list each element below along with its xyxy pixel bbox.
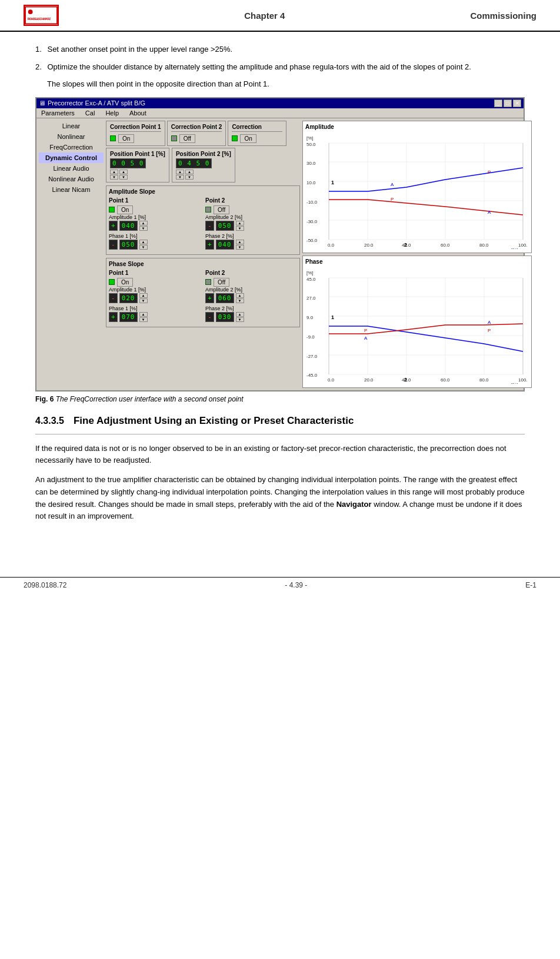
sidebar-item-dynamiccontrol[interactable]: Dynamic Control bbox=[39, 152, 104, 163]
ps-phase2-dn[interactable]: ▼ bbox=[236, 317, 244, 322]
menu-parameters[interactable]: Parameters bbox=[39, 109, 77, 117]
win-controls[interactable]: _ □ ✕ bbox=[494, 99, 521, 107]
phase-slope-p2-button[interactable]: Off bbox=[214, 278, 229, 287]
pos1-arrows: ▲ ▼ ▲ ▼ bbox=[110, 170, 165, 180]
amp-slope-p1-button[interactable]: On bbox=[117, 205, 133, 214]
amp-chart-svg: [%] 50.0 30.0 10.0 -10.0 -30.0 -50.0 bbox=[305, 131, 529, 249]
pos2-up1[interactable]: ▲ bbox=[176, 170, 184, 174]
svg-text:-9.0: -9.0 bbox=[306, 334, 315, 340]
amp-slope-p2-label: Point 2 bbox=[205, 197, 297, 204]
footer-center: - 4.39 - bbox=[285, 581, 307, 589]
phase-slope-p1-button[interactable]: On bbox=[117, 278, 133, 287]
svg-text:[%]: [%] bbox=[511, 382, 518, 384]
phase-slope-p1-led bbox=[109, 279, 115, 285]
menu-about[interactable]: About bbox=[127, 109, 149, 117]
ps-phase1-up[interactable]: ▲ bbox=[139, 312, 148, 317]
amp-slope-p2: Point 2 Off Amplitude 2 [%] - bbox=[205, 197, 297, 252]
phase-chart: Phase [%] 45.0 27.0 9.0 -9.0 -27.0 -45 bbox=[302, 255, 532, 388]
phase1-up[interactable]: ▲ bbox=[139, 240, 148, 244]
win-body: Linear Nonlinear FreqCorrection Dynamic … bbox=[36, 118, 524, 390]
fig-label: Fig. 6 bbox=[35, 395, 54, 403]
section-divider bbox=[35, 434, 525, 434]
svg-text:100.: 100. bbox=[518, 243, 528, 248]
close-button[interactable]: ✕ bbox=[513, 99, 521, 107]
maximize-button[interactable]: □ bbox=[504, 99, 512, 107]
pos2-up2[interactable]: ▲ bbox=[185, 170, 194, 174]
pos2-dn1[interactable]: ▼ bbox=[176, 175, 184, 180]
sidebar-item-nonlinear[interactable]: Nonlinear bbox=[39, 131, 104, 142]
svg-point-1 bbox=[28, 9, 33, 14]
amp2-label: Amplitude 2 [%] bbox=[205, 214, 297, 220]
sidebar-item-linear[interactable]: Linear bbox=[39, 121, 104, 131]
amp2-value: 050 bbox=[216, 221, 234, 231]
phase-slope-p1-on: On bbox=[109, 278, 201, 287]
body-para-2: An adjustment to the true amplifier char… bbox=[35, 474, 525, 523]
ps-amp2-sign: + bbox=[205, 293, 214, 303]
sidebar-item-linearaudio[interactable]: Linear Audio bbox=[39, 163, 104, 174]
ps-amp1-up[interactable]: ▲ bbox=[139, 293, 148, 298]
phase2-value: 040 bbox=[216, 240, 234, 250]
amp-slope-p2-off: Off bbox=[205, 205, 297, 214]
menu-help[interactable]: Help bbox=[103, 109, 121, 117]
amplitude-slope-title: Amplitude Slope bbox=[109, 188, 297, 195]
svg-text:A: A bbox=[364, 336, 368, 341]
phase2-dn[interactable]: ▼ bbox=[236, 245, 244, 250]
amp-slope-p2-button[interactable]: Off bbox=[214, 205, 229, 214]
amp1-dn[interactable]: ▼ bbox=[139, 226, 148, 231]
page-header: ROHDE&SCHWARZ Chapter 4 Commissioning bbox=[0, 0, 560, 32]
amp2-dn[interactable]: ▼ bbox=[236, 226, 244, 231]
phase2-up[interactable]: ▲ bbox=[236, 240, 244, 244]
header-section: Commissioning bbox=[470, 11, 536, 21]
list-item-2: 2. Optimize the shoulder distance by alt… bbox=[35, 61, 525, 73]
phase1-dn[interactable]: ▼ bbox=[139, 245, 148, 250]
phase-slope-section: Phase Slope Point 1 On bbox=[106, 258, 300, 327]
amp-slope-p2-led bbox=[205, 207, 211, 213]
section-title: Fine Adjustment Using an Existing or Pre… bbox=[74, 415, 354, 427]
cp2-led bbox=[171, 135, 177, 141]
pos1-up1[interactable]: ▲ bbox=[110, 170, 118, 174]
svg-text:10.0: 10.0 bbox=[306, 180, 316, 185]
menu-cal[interactable]: Cal bbox=[83, 109, 98, 117]
svg-text:-10.0: -10.0 bbox=[306, 200, 318, 205]
phase-slope-p1-label: Point 1 bbox=[109, 270, 201, 276]
svg-text:[%]: [%] bbox=[511, 247, 518, 249]
pos1-up2[interactable]: ▲ bbox=[119, 170, 128, 174]
page-content: 1. Set another onset point in the upper … bbox=[0, 32, 560, 542]
corr-led bbox=[232, 135, 238, 141]
svg-rect-0 bbox=[25, 7, 57, 24]
sidebar-item-freqcorrection[interactable]: FreqCorrection bbox=[39, 142, 104, 152]
ps-amp1-value: 020 bbox=[119, 293, 138, 303]
phase2-label: Phase 2 [%] bbox=[205, 233, 297, 239]
svg-text:2: 2 bbox=[404, 242, 407, 248]
pos1-dn1[interactable]: ▼ bbox=[110, 175, 118, 180]
ps-phase2-value-row: - 030 ▲ ▼ bbox=[205, 312, 297, 322]
cp1-on-button[interactable]: On bbox=[118, 134, 134, 143]
amp1-up[interactable]: ▲ bbox=[139, 221, 148, 225]
pos2-dn2[interactable]: ▼ bbox=[185, 175, 194, 180]
phase1-value: 050 bbox=[119, 240, 138, 250]
sidebar-item-nonlinearaudio[interactable]: Nonlinear Audio bbox=[39, 174, 104, 184]
minimize-button[interactable]: _ bbox=[494, 99, 502, 107]
ps-amp2-dn[interactable]: ▼ bbox=[236, 298, 244, 303]
amp1-value-row: + 040 ▲ ▼ bbox=[109, 221, 201, 231]
ps-amp1-label: Amplitude 1 [%] bbox=[109, 287, 201, 293]
ps-phase2-up[interactable]: ▲ bbox=[236, 312, 244, 317]
svg-text:27.0: 27.0 bbox=[306, 296, 316, 301]
pos1-dn2[interactable]: ▼ bbox=[119, 175, 128, 180]
ps-amp2-up[interactable]: ▲ bbox=[236, 293, 244, 298]
pos2-value: 0 4 5 0 bbox=[176, 158, 212, 168]
svg-text:0.0: 0.0 bbox=[328, 243, 335, 248]
corr-on-button[interactable]: On bbox=[240, 134, 256, 143]
cp2-off-button[interactable]: Off bbox=[179, 134, 195, 143]
fig-caption: Fig. 6 The FreqCorrection user interface… bbox=[35, 395, 525, 403]
svg-text:60.0: 60.0 bbox=[441, 377, 450, 383]
amp-slope-p1: Point 1 On Amplitude 1 [%] + bbox=[109, 197, 201, 252]
svg-text:-30.0: -30.0 bbox=[306, 219, 318, 224]
svg-text:20.0: 20.0 bbox=[364, 243, 374, 248]
phase-slope-title: Phase Slope bbox=[109, 261, 297, 267]
ps-amp1-dn[interactable]: ▼ bbox=[139, 298, 148, 303]
ps-phase1-dn[interactable]: ▼ bbox=[139, 317, 148, 322]
amp2-up[interactable]: ▲ bbox=[236, 221, 244, 225]
sidebar-item-linearnicam[interactable]: Linear Nicam bbox=[39, 184, 104, 195]
footer-right: E-1 bbox=[525, 581, 536, 589]
